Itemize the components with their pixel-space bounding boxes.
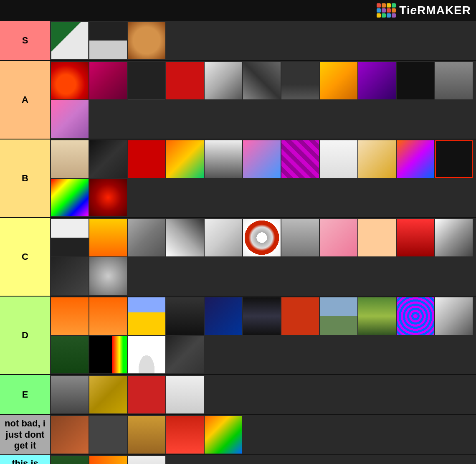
logo-cell <box>387 3 391 8</box>
logo-cell <box>387 8 391 13</box>
tier-label-d: D <box>0 297 50 374</box>
album-cover[interactable] <box>281 140 319 178</box>
album-cover[interactable] <box>89 179 127 216</box>
tier-row-notbad: not bad, i just dont get it <box>0 415 476 455</box>
album-cover[interactable] <box>358 297 396 335</box>
album-cover[interactable] <box>89 297 127 335</box>
album-cover[interactable] <box>128 219 165 256</box>
album-cover[interactable] <box>128 22 165 59</box>
logo-grid <box>377 3 396 18</box>
logo-cell <box>382 3 386 8</box>
album-cover[interactable] <box>51 179 89 216</box>
album-cover[interactable] <box>89 257 127 295</box>
album-cover[interactable] <box>128 416 165 454</box>
tiermaker-logo: TieRMAKER <box>377 3 471 18</box>
album-cover[interactable] <box>435 62 473 99</box>
album-cover[interactable] <box>166 336 204 373</box>
album-cover[interactable] <box>51 219 89 256</box>
album-cover[interactable] <box>128 336 165 373</box>
logo-cell <box>392 13 396 18</box>
logo-cell <box>377 3 381 8</box>
logo-cell <box>377 8 381 13</box>
album-cover[interactable] <box>358 140 396 178</box>
album-cover[interactable] <box>205 140 242 178</box>
album-cover[interactable] <box>397 140 434 178</box>
album-cover[interactable] <box>281 219 319 256</box>
tier-row-s: S <box>0 21 476 61</box>
album-cover[interactable] <box>243 297 281 335</box>
tier-row-c: C <box>0 218 476 297</box>
album-cover[interactable] <box>205 297 242 335</box>
album-cover[interactable] <box>435 297 473 335</box>
album-cover[interactable] <box>51 456 89 464</box>
album-cover[interactable] <box>89 376 127 413</box>
album-cover[interactable] <box>51 336 89 373</box>
album-cover[interactable] <box>128 376 165 413</box>
logo-cell <box>382 13 386 18</box>
album-cover[interactable] <box>51 100 89 138</box>
album-cover[interactable] <box>358 219 396 256</box>
album-cover[interactable] <box>397 62 434 99</box>
tier-items-a <box>50 61 476 139</box>
album-cover[interactable] <box>205 219 242 256</box>
album-cover[interactable] <box>320 297 357 335</box>
album-cover[interactable] <box>166 297 204 335</box>
album-cover[interactable] <box>320 219 357 256</box>
album-cover[interactable] <box>89 22 127 59</box>
header: TieRMAKER <box>0 0 476 21</box>
tier-items-notbad <box>50 415 476 454</box>
album-cover[interactable] <box>89 219 127 256</box>
tier-label-c: C <box>0 218 50 296</box>
tier-label-notbad: not bad, i just dont get it <box>0 415 50 454</box>
logo-cell <box>387 13 391 18</box>
album-cover[interactable] <box>320 62 357 99</box>
album-cover[interactable] <box>166 219 204 256</box>
logo-cell <box>382 8 386 13</box>
album-cover[interactable] <box>205 416 242 454</box>
album-cover[interactable] <box>51 140 89 178</box>
album-cover[interactable] <box>166 62 204 99</box>
album-cover[interactable] <box>89 456 127 464</box>
logo-cell <box>392 3 396 8</box>
tier-row-bad: this is actually bad <box>0 455 476 464</box>
album-cover[interactable] <box>320 140 357 178</box>
album-cover[interactable] <box>205 62 242 99</box>
album-cover[interactable] <box>243 62 281 99</box>
album-cover[interactable] <box>166 416 204 454</box>
album-cover[interactable] <box>89 140 127 178</box>
album-cover[interactable] <box>435 219 473 256</box>
tier-row-d: D <box>0 297 476 375</box>
tier-items-b <box>50 139 476 217</box>
album-cover[interactable] <box>397 297 434 335</box>
album-cover[interactable] <box>51 257 89 295</box>
album-cover[interactable] <box>51 376 89 413</box>
logo-cell <box>377 13 381 18</box>
album-cover[interactable] <box>281 62 319 99</box>
album-cover[interactable] <box>51 416 89 454</box>
album-cover[interactable] <box>166 376 204 413</box>
album-cover[interactable] <box>243 219 281 256</box>
album-cover[interactable] <box>358 62 396 99</box>
album-cover[interactable] <box>89 62 127 99</box>
album-cover[interactable] <box>281 297 319 335</box>
album-cover[interactable] <box>166 140 204 178</box>
tier-items-e <box>50 375 476 414</box>
tier-row-e: E <box>0 375 476 415</box>
album-cover[interactable] <box>51 62 89 99</box>
album-cover[interactable] <box>243 140 281 178</box>
album-cover[interactable] <box>89 336 127 373</box>
tier-items-bad <box>50 455 476 464</box>
album-cover[interactable] <box>128 456 165 464</box>
tier-label-bad: this is actually bad <box>0 455 50 464</box>
album-cover[interactable] <box>128 140 165 178</box>
album-cover[interactable] <box>128 297 165 335</box>
album-cover[interactable] <box>51 297 89 335</box>
album-cover[interactable] <box>435 140 473 178</box>
album-cover[interactable] <box>128 62 165 99</box>
tier-items-d <box>50 297 476 374</box>
tier-row-a: A <box>0 61 476 139</box>
album-cover[interactable] <box>397 219 434 256</box>
album-cover[interactable] <box>89 416 127 454</box>
album-cover[interactable] <box>51 22 89 59</box>
logo-text-label: TieRMAKER <box>399 4 471 17</box>
